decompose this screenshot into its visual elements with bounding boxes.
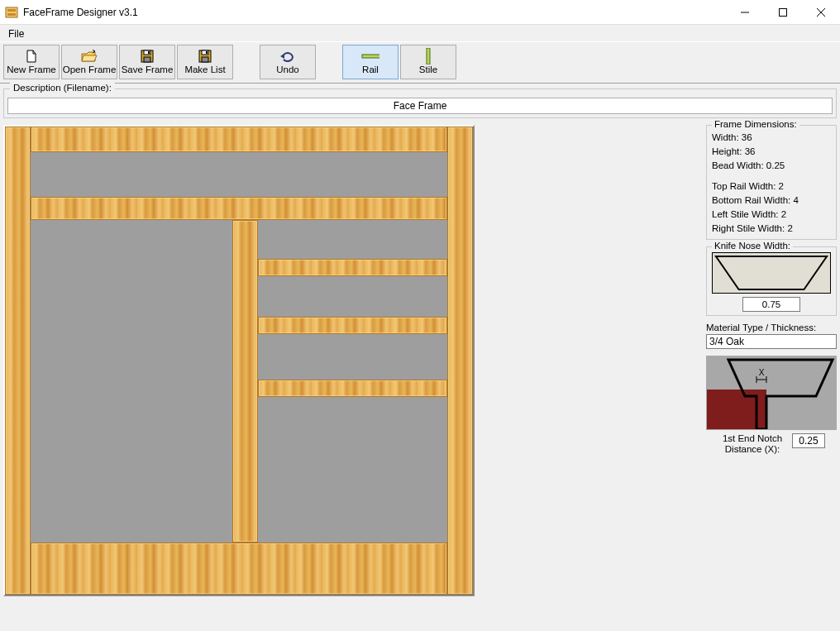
svg-rect-17: [206, 51, 208, 54]
notch-group: X 1st End Notch Distance (X):: [706, 356, 837, 455]
stile-label: Stile: [419, 65, 437, 74]
toolbar: New Frame Open Frame Save Frame Make Lis…: [0, 41, 840, 84]
knife-nose-group: Knife Nose Width:: [706, 246, 837, 316]
undo-label: Undo: [276, 65, 299, 74]
stile-button[interactable]: Stile: [400, 45, 456, 79]
make-list-button[interactable]: Make List: [177, 45, 233, 79]
center-stile[interactable]: [232, 220, 258, 543]
bottom-rail[interactable]: [31, 543, 447, 595]
dim-left-stile: Left Stile Width: 2: [712, 208, 831, 222]
save-icon: [138, 50, 156, 63]
notch-diagram: X: [706, 356, 837, 430]
save-list-icon: [196, 50, 214, 63]
side-panel: Frame Dimensions: Width: 36 Height: 36 B…: [706, 125, 837, 596]
rail-button[interactable]: Rail: [342, 45, 399, 79]
notch-label: 1st End Notch Distance (X):: [718, 433, 787, 455]
new-frame-button[interactable]: New Frame: [3, 45, 60, 79]
undo-button[interactable]: Undo: [260, 45, 316, 79]
make-list-label: Make List: [184, 65, 225, 74]
save-frame-button[interactable]: Save Frame: [119, 45, 175, 79]
menu-file[interactable]: File: [5, 26, 27, 41]
top-rail[interactable]: [31, 127, 447, 152]
x-marker: X: [759, 368, 765, 377]
knife-legend: Knife Nose Width:: [712, 241, 793, 251]
new-file-icon: [22, 50, 41, 63]
rail-icon: [361, 50, 379, 63]
window-title: FaceFrame Designer v3.1: [23, 7, 138, 18]
left-stile[interactable]: [5, 127, 31, 595]
svg-marker-7: [27, 50, 36, 62]
menu-bar: File: [0, 25, 840, 41]
svg-rect-20: [427, 48, 430, 65]
open-folder-icon: [80, 50, 98, 63]
dim-bead: Bead Width: 0.25: [712, 159, 831, 173]
description-legend: Description (Filename):: [10, 83, 115, 93]
knife-nose-input[interactable]: [742, 297, 800, 312]
material-label: Material Type / Thickness:: [706, 323, 837, 332]
svg-marker-21: [716, 256, 827, 289]
stile-icon: [419, 50, 437, 63]
dim-top-rail: Top Rail Width: 2: [712, 179, 831, 194]
svg-rect-13: [148, 51, 150, 54]
svg-rect-0: [6, 7, 17, 17]
save-frame-label: Save Frame: [122, 65, 174, 74]
rail-3[interactable]: [258, 259, 447, 276]
new-frame-label: New Frame: [7, 65, 55, 74]
svg-rect-2: [7, 13, 16, 16]
svg-marker-9: [82, 55, 97, 61]
description-input[interactable]: [7, 98, 833, 114]
frame-canvas[interactable]: [3, 125, 475, 596]
open-frame-button[interactable]: Open Frame: [61, 45, 117, 79]
svg-marker-18: [280, 54, 284, 59]
svg-rect-19: [362, 55, 379, 58]
svg-rect-12: [144, 57, 150, 62]
minimize-button[interactable]: [726, 0, 764, 25]
rail-label: Rail: [362, 65, 379, 74]
undo-icon: [279, 50, 297, 63]
rail-2[interactable]: [31, 197, 447, 220]
close-button[interactable]: [802, 0, 840, 25]
dim-bottom-rail: Bottom Rail Width: 4: [712, 194, 831, 208]
notch-input[interactable]: [792, 433, 825, 448]
frame-dimensions-group: Frame Dimensions: Width: 36 Height: 36 B…: [706, 125, 837, 240]
dimensions-legend: Frame Dimensions:: [712, 119, 799, 129]
app-icon: [5, 6, 18, 19]
open-frame-label: Open Frame: [63, 65, 117, 74]
rail-4[interactable]: [258, 317, 447, 334]
knife-diagram: [712, 252, 831, 294]
title-bar: FaceFrame Designer v3.1: [0, 0, 840, 25]
rail-5[interactable]: [258, 380, 447, 397]
svg-rect-4: [780, 8, 787, 16]
svg-rect-1: [7, 9, 16, 12]
material-group: Material Type / Thickness:: [706, 323, 837, 349]
dim-height: Height: 36: [712, 145, 831, 159]
description-group: Description (Filename):: [3, 88, 837, 118]
dim-width: Width: 36: [712, 131, 831, 145]
dim-right-stile: Right Stile Width: 2: [712, 222, 831, 236]
maximize-button[interactable]: [764, 0, 802, 25]
material-input[interactable]: [706, 334, 837, 349]
right-stile[interactable]: [447, 127, 473, 595]
svg-rect-16: [202, 57, 208, 62]
